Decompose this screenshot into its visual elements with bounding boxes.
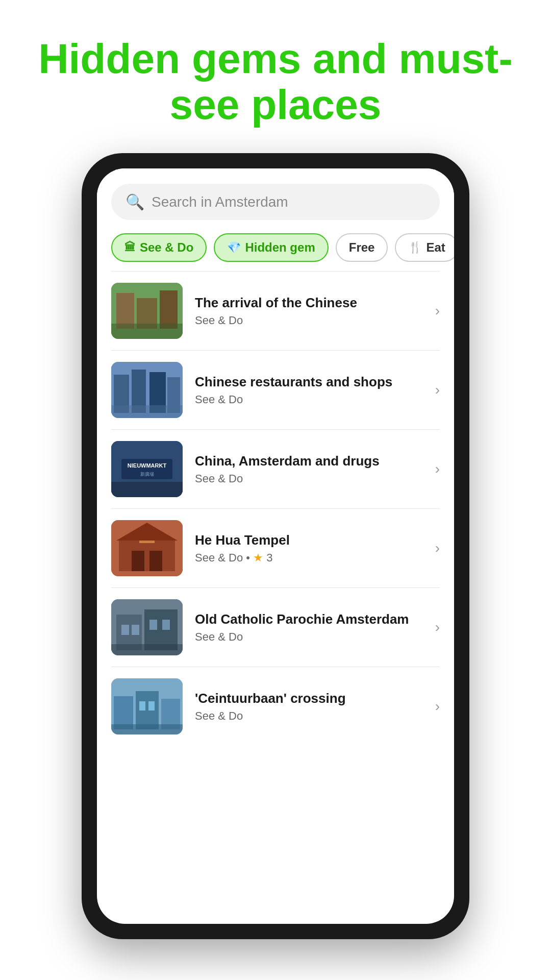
place-name-6: 'Ceintuurbaan' crossing [195,691,423,706]
svg-rect-4 [111,324,183,339]
phone-frame: 🔍 Search in Amsterdam 🏛 See & Do 💎 Hidde… [82,153,469,939]
svg-rect-19 [132,551,144,571]
place-thumbnail-4 [111,520,183,576]
chip-eat-label: Eat [426,240,445,255]
svg-rect-17 [119,541,175,571]
place-info-5: Old Catholic Parochie Amsterdam See & Do [195,611,423,644]
place-info-1: The arrival of the Chinese See & Do [195,295,423,327]
place-thumbnail-1 [111,283,183,339]
place-category-2: See & Do [195,393,423,406]
table-row[interactable]: NIEUWMARKT 新廣場 China, Amsterdam and drug… [97,430,454,508]
search-bar[interactable]: 🔍 Search in Amsterdam [111,184,440,220]
table-row[interactable]: Old Catholic Parochie Amsterdam See & Do… [97,588,454,667]
place-category-1: See & Do [195,314,423,327]
place-thumbnail-3: NIEUWMARKT 新廣場 [111,441,183,497]
chip-see-do-label: See & Do [140,240,193,255]
chevron-right-icon-4: › [435,540,440,556]
place-category-4: See & Do • ★ 3 [195,551,423,565]
rating-bullet: • [246,551,253,564]
chip-see-do[interactable]: 🏛 See & Do [111,233,207,262]
place-info-4: He Hua Tempel See & Do • ★ 3 [195,532,423,565]
see-do-icon: 🏛 [124,241,136,254]
chip-hidden-gem[interactable]: 💎 Hidden gem [214,233,328,262]
svg-rect-10 [111,405,183,418]
place-category-5: See & Do [195,630,423,644]
place-list: The arrival of the Chinese See & Do › [97,271,454,924]
place-info-2: Chinese restaurants and shops See & Do [195,374,423,406]
search-placeholder-text: Search in Amsterdam [152,194,288,210]
svg-text:NIEUWMARKT: NIEUWMARKT [128,462,167,469]
svg-rect-32 [136,691,159,729]
place-name-1: The arrival of the Chinese [195,295,423,311]
svg-rect-29 [111,644,183,655]
svg-text:新廣場: 新廣場 [140,472,154,477]
search-bar-container: 🔍 Search in Amsterdam [97,168,454,229]
chevron-right-icon-3: › [435,461,440,477]
place-thumbnail-6 [111,678,183,734]
chevron-right-icon-2: › [435,382,440,398]
svg-rect-1 [116,293,134,329]
svg-rect-26 [132,625,139,635]
svg-rect-35 [148,701,155,710]
place-name-2: Chinese restaurants and shops [195,374,423,390]
svg-rect-27 [149,620,157,630]
chip-eat[interactable]: 🍴 Eat [395,233,454,262]
star-icon-4: ★ [253,551,263,564]
place-name-4: He Hua Tempel [195,532,423,548]
table-row[interactable]: He Hua Tempel See & Do • ★ 3 › [97,509,454,587]
chevron-right-icon-1: › [435,303,440,319]
place-category-6: See & Do [195,709,423,723]
place-thumbnail-5 [111,599,183,655]
svg-rect-15 [111,482,183,497]
chip-free-label: Free [349,240,375,255]
svg-rect-25 [121,625,129,635]
search-icon: 🔍 [126,193,144,211]
svg-rect-21 [139,541,155,543]
place-category-3: See & Do [195,472,423,485]
eat-icon: 🍴 [408,241,422,254]
chevron-right-icon-5: › [435,619,440,635]
svg-rect-20 [149,551,162,571]
place-name-3: China, Amsterdam and drugs [195,453,423,469]
table-row[interactable]: Chinese restaurants and shops See & Do › [97,351,454,429]
hero-title: Hidden gems and must-see places [0,0,551,153]
place-thumbnail-2 [111,362,183,418]
svg-rect-28 [162,620,170,630]
place-info-6: 'Ceintuurbaan' crossing See & Do [195,691,423,723]
svg-rect-34 [139,701,145,710]
table-row[interactable]: The arrival of the Chinese See & Do › [97,272,454,350]
filter-chips-row: 🏛 See & Do 💎 Hidden gem Free 🍴 Eat 👜 Sh.… [97,229,454,271]
chevron-right-icon-6: › [435,698,440,715]
svg-rect-3 [160,290,178,329]
place-name-5: Old Catholic Parochie Amsterdam [195,611,423,627]
chip-free[interactable]: Free [336,233,388,262]
phone-screen: 🔍 Search in Amsterdam 🏛 See & Do 💎 Hidde… [97,168,454,924]
table-row[interactable]: 'Ceintuurbaan' crossing See & Do › [97,667,454,746]
svg-rect-36 [111,724,183,734]
chip-hidden-gem-label: Hidden gem [245,240,315,255]
place-info-3: China, Amsterdam and drugs See & Do [195,453,423,485]
hidden-gem-icon: 💎 [227,241,241,254]
rating-value-4: 3 [266,551,272,564]
